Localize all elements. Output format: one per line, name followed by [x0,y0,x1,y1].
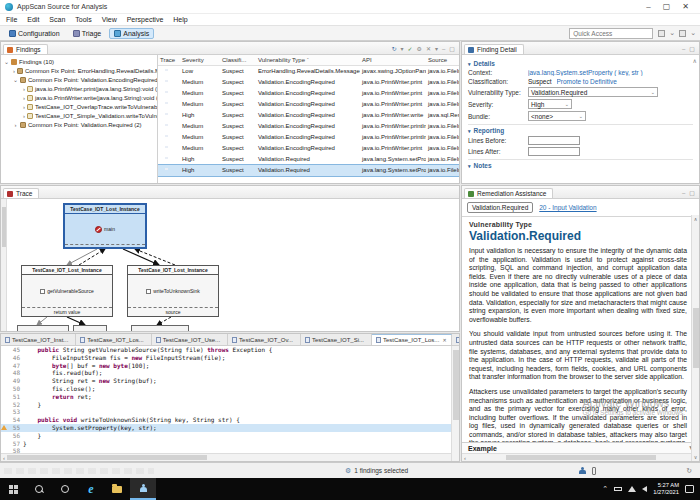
finding-row[interactable]: Low Suspect ErrorHandling.RevealDetails.… [158,66,459,77]
vulnerability-type-select[interactable]: Validation.Required ⌄ [528,87,658,97]
bundle-select[interactable]: <none> ⌄ [528,111,586,121]
finding-row[interactable]: Medium Suspect Validation.EncodingRequir… [158,132,459,143]
minimize-view-icon[interactable]: – [682,190,685,196]
menu-item[interactable]: Scan [49,16,65,23]
editor-tab[interactable]: TestCase_IOT_Use... [152,334,228,345]
minimize-button[interactable]: – [646,0,650,14]
code-line[interactable]: 52 } [1,401,459,409]
scroll-up-icon[interactable]: ∧ [694,216,698,222]
taskbar-search-button[interactable] [26,478,52,500]
scrollbar-thumb[interactable] [7,455,207,460]
tree-item[interactable]: › Common Fix Point: Validation.Required … [3,120,157,129]
editor-tab[interactable]: TestCase_IOT_Los... ✕ [372,334,452,345]
finding-row[interactable]: Medium Suspect Validation.EncodingRequir… [158,121,459,132]
close-button[interactable]: ✕ [682,0,689,14]
quick-access-input[interactable] [569,28,653,39]
code-line[interactable]: 51 return ret; [1,393,459,401]
col-vulnerability-type[interactable]: Vulnerability Typeˆ [256,57,360,63]
tree-expander-icon[interactable]: › [23,86,25,92]
code-line[interactable]: 46 FileInputStream fis = new FileInputSt… [1,354,459,362]
code-line[interactable]: 49 String ret = new String(buf); [1,377,459,385]
editor-tab[interactable]: TestCase_IOT_Los... [452,334,459,345]
perspective-button[interactable]: Triage [68,28,107,39]
notes-section-header[interactable]: ▾ Notes [468,162,693,169]
menu-item[interactable]: Edit [27,16,39,23]
start-button[interactable] [0,478,26,500]
trace-node-sink[interactable]: TestCase_IOT_Lost_Instance writeToUnknow… [127,265,219,317]
scrollbar-thumb[interactable] [693,308,699,368]
code-line[interactable]: 48 fis.read(buf); [1,369,459,377]
finding-row[interactable]: High Suspect Validation.Required java.la… [158,154,459,165]
input-validation-link[interactable]: 20 - Input Validation [539,204,596,211]
menu-item[interactable]: Perspective [127,16,164,23]
link-trace-icon[interactable]: ↻ [391,45,396,52]
internet-explorer-button[interactable]: e [78,478,104,500]
perspective-button[interactable]: Analysis [109,28,154,39]
severity-select[interactable]: High ⌄ [528,99,572,109]
editor-vertical-scrollbar[interactable] [451,346,459,461]
lines-after-input[interactable] [528,147,580,156]
context-link[interactable]: java.lang.System.setProperty ( key, str … [528,69,693,76]
finding-row[interactable]: High Suspect Validation.Required java.la… [158,165,459,176]
col-severity[interactable]: Severity [180,57,220,63]
filter-icon[interactable]: ▾ [401,45,404,52]
trace-node-source[interactable]: TestCase_IOT_Lost_Instance getVulnerable… [21,265,113,317]
maximize-view-icon[interactable]: ▢ [689,189,695,196]
tray-expand-icon[interactable]: ⌃ [602,485,608,493]
maximize-view-icon[interactable]: ▢ [689,45,695,52]
tree-expander-icon[interactable]: ⌄ [4,58,9,65]
task-view-button[interactable] [52,478,78,500]
taskbar-clock[interactable]: 5:27 AM 1/27/2021 [653,482,679,496]
perspective-switch-icon[interactable] [679,30,686,37]
code-line[interactable]: 53 [1,408,459,416]
open-perspective-icon[interactable] [658,30,665,37]
col-classification[interactable]: Classifi... [220,57,256,63]
tree-expander-icon[interactable]: › [23,104,25,110]
code-area[interactable]: 45 public String getVulnerableSource(Str… [1,346,459,461]
caret-icon[interactable]: ⌄ [669,29,675,37]
code-line[interactable]: 56 } [1,432,459,440]
remediation-vertical-scrollbar[interactable]: ∧ ∨ [691,215,699,461]
tab-findings[interactable]: Findings [3,44,48,54]
menu-item[interactable]: Tools [75,16,91,23]
minimize-view-icon[interactable]: – [442,46,445,52]
view-menu-icon[interactable]: ▾ [435,45,438,52]
vulnerability-pill[interactable]: Validation.Required [467,202,533,213]
tree-expander-icon[interactable]: › [13,68,15,74]
close-tab-icon[interactable]: ✕ [442,337,446,343]
menu-item[interactable]: File [6,16,17,23]
device-icon[interactable] [592,467,596,475]
tab-remediation-assistance[interactable]: Remediation Assistance [464,188,553,198]
trace-node-main[interactable]: TestCase_IOT_Lost_Instance main [63,203,147,249]
finding-row[interactable]: High Suspect Validation.EncodingRequired… [158,110,459,121]
scroll-left-icon[interactable]: ‹ [3,455,5,461]
finding-row[interactable]: Medium Suspect Validation.EncodingRequir… [158,143,459,154]
scrollbar-thumb[interactable] [506,455,656,460]
trace-node-partial[interactable] [131,325,189,331]
check-icon[interactable]: ✓ [408,45,413,52]
appscan-taskbar-button[interactable] [130,478,156,500]
action-center-icon[interactable] [685,485,694,493]
maximize-view-icon[interactable]: ▢ [449,45,455,52]
trace-node-partial[interactable] [17,325,69,331]
tree-item[interactable]: ⌄ Findings (10) [3,57,157,66]
remediation-horizontal-scrollbar[interactable]: ‹ › [462,453,699,461]
editor-horizontal-scrollbar[interactable]: ‹ [1,453,451,461]
code-line[interactable]: 47 byte[] buf = new byte[100]; [1,362,459,370]
scroll-up-icon[interactable]: ∧ [693,57,697,64]
trace-node-partial[interactable] [73,325,107,331]
battery-icon[interactable] [614,487,622,491]
menu-item[interactable]: View [102,16,117,23]
tree-item[interactable]: › TestCase_IOT_OverlapTrace.writeToVulne… [3,102,157,111]
menu-item[interactable]: Help [173,16,187,23]
tree-item[interactable]: › Common Fix Point: ErrorHandling.Reveal… [3,66,157,75]
col-source[interactable]: Source [426,57,459,63]
tree-expander-icon[interactable]: › [23,95,25,101]
file-explorer-button[interactable] [104,478,130,500]
attachment-icon[interactable]: ↻ [686,467,692,475]
minimize-view-icon[interactable]: – [682,46,685,52]
scroll-down-icon[interactable]: ∨ [694,454,698,460]
code-line[interactable]: 57} [1,440,459,448]
finding-row[interactable]: Medium Suspect Validation.EncodingRequir… [158,88,459,99]
col-api[interactable]: API [360,57,426,63]
